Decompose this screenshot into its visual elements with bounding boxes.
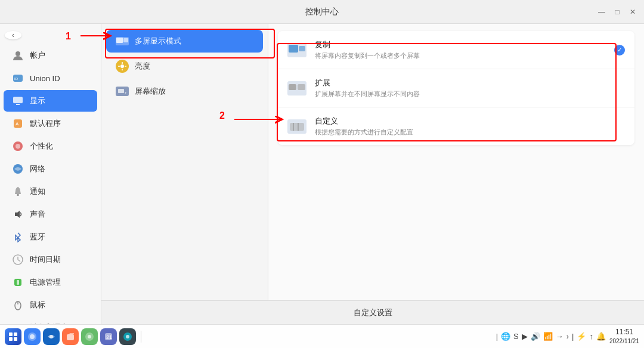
sidebar-item-keyboard[interactable]: 键盘和语言 — [4, 317, 97, 324]
option-copy[interactable]: 复制 将屏幕内容复制到一个或者多个屏幕 ✓ — [278, 31, 634, 69]
tray-icon-8[interactable]: | — [572, 332, 574, 341]
sidebar-item-notify[interactable]: 通知 — [4, 181, 97, 202]
close-button[interactable]: ✕ — [628, 8, 637, 16]
sidebar-label-notify: 通知 — [30, 186, 45, 197]
svg-rect-4 — [16, 104, 20, 105]
svg-rect-38 — [299, 46, 305, 51]
tray-icon-1[interactable]: | — [496, 332, 498, 341]
personalize-icon — [12, 140, 24, 152]
taskbar-app-extra[interactable]: 21 — [100, 328, 117, 345]
right-panel: 复制 将屏幕内容复制到一个或者多个屏幕 ✓ 扩展 扩展屏幕并在不同屏幕显示不同内… — [268, 24, 644, 324]
tray-arrow-right[interactable]: → — [556, 332, 564, 341]
unionid-icon: ID — [12, 72, 24, 84]
tray-icon-4[interactable]: ▶ — [522, 332, 528, 341]
extend-display-icon — [287, 81, 306, 96]
svg-rect-46 — [9, 337, 13, 341]
svg-rect-44 — [9, 332, 13, 336]
clock[interactable]: 11:51 2022/11/21 — [609, 328, 639, 345]
svg-point-50 — [49, 335, 53, 338]
svg-rect-16 — [17, 280, 19, 285]
mouse-icon — [12, 299, 24, 311]
svg-rect-10 — [17, 194, 19, 196]
sidebar-label-account: 帐户 — [30, 50, 45, 61]
custom-settings-label: 自定义设置 — [354, 307, 392, 318]
svg-text:+: + — [125, 91, 127, 94]
sidebar-item-sound[interactable]: 声音 — [4, 204, 97, 225]
sidebar-item-mouse[interactable]: 鼠标 — [4, 294, 97, 316]
svg-line-14 — [18, 260, 20, 261]
tray-icon-11[interactable]: 🔔 — [596, 332, 606, 341]
menu-label-multi-display: 多屏显示模式 — [135, 36, 181, 47]
sidebar: ‹ 帐户 ID Union ID 显示 A 默认程序 — [0, 24, 101, 324]
svg-marker-11 — [15, 211, 20, 218]
multi-display-icon — [116, 37, 129, 45]
titlebar: 控制中心 — □ ✕ — [0, 0, 644, 24]
tray-icon-10[interactable]: ↑ — [589, 332, 593, 341]
content-area: 多屏显示模式 亮度 + 屏幕缩放 — [101, 24, 644, 324]
bluetooth-icon — [12, 231, 24, 243]
sidebar-label-personalize: 个性化 — [30, 141, 53, 152]
clock-time: 11:51 — [609, 328, 639, 337]
sidebar-label-datetime: 时间日期 — [30, 254, 61, 265]
sidebar-label-unionid: Union ID — [30, 74, 60, 83]
copy-check-icon: ✓ — [614, 45, 625, 56]
back-button[interactable]: ‹ — [5, 31, 21, 39]
option-copy-desc: 将屏幕内容复制到一个或者多个屏幕 — [315, 51, 606, 60]
taskbar-right: | 🌐 S ▶ 🔊 📶 → › | ⚡ ↑ 🔔 11:51 2022/11/21 — [496, 328, 639, 345]
menu-item-screen-scale[interactable]: + 屏幕缩放 — [106, 80, 263, 103]
taskbar-separator — [141, 331, 141, 343]
sidebar-label-mouse: 鼠标 — [30, 300, 45, 310]
tray-icon-7[interactable]: › — [566, 332, 569, 341]
sidebar-item-personalize[interactable]: 个性化 — [4, 135, 97, 157]
taskbar-app-controlcenter[interactable] — [24, 328, 41, 345]
minimize-button[interactable]: — — [597, 8, 606, 16]
svg-rect-51 — [67, 334, 74, 340]
svg-text:A: A — [16, 121, 19, 127]
option-extend[interactable]: 扩展 扩展屏幕并在不同屏幕显示不同内容 — [278, 69, 634, 107]
notify-icon — [12, 186, 24, 198]
option-extend-text: 扩展 扩展屏幕并在不同屏幕显示不同内容 — [315, 78, 625, 98]
wifi-icon[interactable]: 📶 — [543, 332, 553, 341]
brightness-icon — [116, 60, 129, 73]
menu-item-brightness[interactable]: 亮度 — [106, 54, 263, 79]
taskbar-app-settings[interactable] — [119, 328, 136, 345]
svg-point-30 — [120, 64, 124, 68]
tray-icon-3[interactable]: S — [513, 332, 519, 341]
svg-rect-41 — [290, 123, 304, 131]
sidebar-item-default[interactable]: A 默认程序 — [4, 113, 97, 134]
svg-point-57 — [126, 335, 129, 338]
maximize-button[interactable]: □ — [613, 8, 621, 16]
taskbar-app-browser[interactable] — [43, 328, 60, 345]
window-title: 控制中心 — [305, 7, 339, 17]
taskbar-app-files[interactable] — [62, 328, 79, 345]
sidebar-item-account[interactable]: 帐户 — [4, 45, 97, 66]
taskbar: 21 | 🌐 S ▶ 🔊 📶 → › | ⚡ ↑ 🔔 11:51 2022/11… — [0, 324, 644, 348]
option-copy-text: 复制 将屏幕内容复制到一个或者多个屏幕 — [315, 39, 606, 60]
sidebar-item-power[interactable]: 电源管理 — [4, 272, 97, 293]
svg-rect-29 — [123, 38, 128, 42]
sidebar-item-network[interactable]: 网络 — [4, 158, 97, 180]
power-icon — [12, 276, 24, 288]
svg-rect-47 — [14, 337, 17, 341]
custom-settings-bar[interactable]: 自定义设置 — [101, 300, 644, 324]
taskbar-app-launcher[interactable] — [5, 328, 21, 345]
sidebar-item-bluetooth[interactable]: 蓝牙 — [4, 226, 97, 248]
battery-icon[interactable]: ⚡ — [577, 332, 586, 341]
sidebar-label-sound: 声音 — [30, 209, 45, 220]
svg-rect-45 — [14, 332, 17, 336]
svg-text:ID: ID — [14, 77, 18, 81]
tray-icon-5[interactable]: 🔊 — [531, 332, 540, 341]
option-custom[interactable]: 自定义 根据您需要的方式进行自定义配置 — [278, 107, 634, 145]
tray-icon-2[interactable]: 🌐 — [501, 332, 510, 341]
svg-rect-28 — [116, 38, 123, 43]
svg-point-0 — [16, 51, 20, 56]
custom-display-icon — [287, 119, 306, 134]
screen-scale-icon: + — [116, 87, 129, 96]
sidebar-item-unionid[interactable]: ID Union ID — [4, 67, 97, 89]
taskbar-app-music[interactable] — [81, 328, 98, 345]
sidebar-item-datetime[interactable]: 时间日期 — [4, 249, 97, 270]
menu-item-multi-display[interactable]: 多屏显示模式 — [106, 30, 263, 53]
display-icon — [12, 95, 24, 107]
default-icon: A — [12, 118, 24, 130]
sidebar-item-display[interactable]: 显示 — [4, 90, 97, 112]
